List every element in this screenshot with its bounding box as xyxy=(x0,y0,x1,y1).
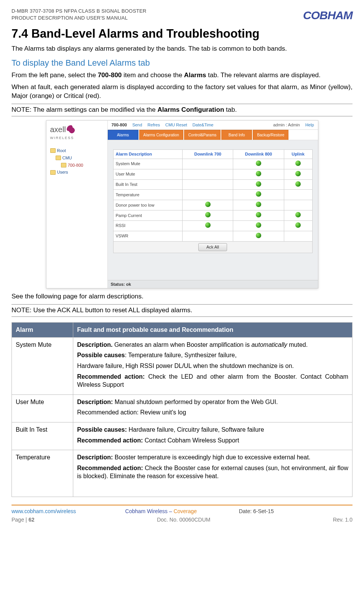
table-row: Built In Test Possible causes: Hardware … xyxy=(12,422,352,450)
alarm-status-cell xyxy=(284,159,312,169)
status-ok-icon xyxy=(295,212,301,217)
paragraph-1: From the left pane, select the 700-800 i… xyxy=(12,71,352,80)
note-2: NOTE: Use the ACK ALL button to reset AL… xyxy=(12,304,352,317)
text: Hardware failure, Circuitry failure, Sof… xyxy=(127,426,264,433)
datetime-link[interactable]: Date&Time xyxy=(193,122,214,128)
ack-row: Ack All xyxy=(113,241,312,253)
folder-icon xyxy=(56,156,61,160)
alarm-status-cell xyxy=(183,210,233,221)
tab-band-info[interactable]: Band Info xyxy=(221,130,252,140)
alarm-status-cell xyxy=(183,231,233,241)
tab-control-params[interactable]: Control&Params xyxy=(184,130,221,140)
status-ok-icon xyxy=(256,202,261,207)
alarm-status-cell xyxy=(233,210,284,221)
ack-all-button[interactable]: Ack All xyxy=(198,243,227,251)
folder-icon xyxy=(50,170,56,175)
bold-text: Description: xyxy=(77,454,113,461)
alarm-status-cell xyxy=(183,200,233,210)
page-number: 62 xyxy=(28,517,35,523)
alarm-status-cell xyxy=(233,169,284,179)
alarm-status-row: RSSI xyxy=(113,220,312,231)
titlebar: 700-800 Send Refres CMU Reset Date&Time … xyxy=(108,121,318,130)
bold-text: Recommended action: xyxy=(77,373,145,380)
tree-users[interactable]: Users xyxy=(50,169,105,176)
cell-alarm-name: User Mute xyxy=(12,394,73,422)
nav-tree: Root CMU 700-800 Users xyxy=(50,147,105,176)
alarm-status-cell xyxy=(183,220,233,231)
tree-cmu[interactable]: CMU xyxy=(50,154,105,162)
status-ok-icon xyxy=(256,212,261,217)
alarm-status-row: User Mute xyxy=(113,169,312,179)
text: admin xyxy=(273,123,285,127)
cell-alarm-desc: Description. Generates an alarm when Boo… xyxy=(73,337,352,394)
alarm-status-table: Alarm Description Downlink 700 Downlink … xyxy=(113,149,313,253)
status-ok-icon xyxy=(295,181,301,187)
tab-bar: Alarms Alarms Configuration Control&Para… xyxy=(108,130,318,141)
alarm-status-cell xyxy=(284,200,312,210)
send-link[interactable]: Send xyxy=(132,122,142,128)
alarm-name-cell: Temperature xyxy=(113,190,183,200)
alarm-status-cell xyxy=(233,220,284,231)
tab-backup-restore[interactable]: Backup/Restore xyxy=(253,130,288,140)
alarm-status-row: System Mute xyxy=(113,159,312,169)
text: Hardware failure, High RSSI power DL/UL … xyxy=(77,362,348,370)
cobham-logo: COBHAM xyxy=(303,8,352,23)
footer-date: Date: 6-Set-15 xyxy=(239,508,352,515)
paragraph-2: When at fault, each generated alarm is d… xyxy=(12,83,352,101)
alarm-status-row: Temperature xyxy=(113,190,312,200)
refresh-link[interactable]: Refres xyxy=(148,122,160,128)
alarm-status-row: Built In Test xyxy=(113,179,312,190)
alarm-status-cell xyxy=(233,159,284,169)
intro-paragraph: The Alarms tab displays any alarms gener… xyxy=(12,45,352,53)
alarm-description-table: Alarm Fault and most probable cause and … xyxy=(12,322,352,497)
alarm-status-cell xyxy=(183,179,233,190)
status-ok-icon xyxy=(256,233,261,238)
text: Booster temperature is exceedingly high … xyxy=(113,454,310,461)
subheading: To display the Band Level Alarms tab xyxy=(12,57,352,69)
tree-label: CMU xyxy=(63,155,72,161)
cell-alarm-desc: Description: Manual shutdown performed b… xyxy=(73,394,352,422)
cmu-reset-link[interactable]: CMU Reset xyxy=(165,122,187,128)
text: From the left pane, select the xyxy=(12,71,98,79)
alarm-name-cell: RSSI xyxy=(113,220,183,231)
header-line1: D-MBR 3707-3708 PS NFPA CLASS B SIGNAL B… xyxy=(12,8,147,15)
text: – xyxy=(168,508,174,514)
folder-icon xyxy=(50,148,56,153)
table-row: Temperature Description: Booster tempera… xyxy=(12,450,352,497)
status-ok-icon xyxy=(256,191,261,197)
after-image-text: See the following page for alarm descrip… xyxy=(12,292,352,301)
alarm-name-cell: System Mute xyxy=(113,159,183,169)
tree-700-800[interactable]: 700-800 xyxy=(50,162,105,169)
footer-page: Page | 62 xyxy=(12,516,35,523)
italic-text: automatically xyxy=(251,341,287,348)
alarm-status-cell xyxy=(183,190,233,200)
text: Page | xyxy=(12,517,28,523)
tab-alarms[interactable]: Alarms xyxy=(108,130,138,140)
embedded-screenshot: axell WIRELESS Root CMU 700-800 Users 70… xyxy=(46,120,318,289)
status-ok-icon xyxy=(205,222,211,228)
header-text-block: D-MBR 3707-3708 PS NFPA CLASS B SIGNAL B… xyxy=(12,8,147,21)
axell-logo: axell xyxy=(50,124,105,135)
alarm-name-cell: Built In Test xyxy=(113,179,183,190)
alarm-status-cell xyxy=(284,231,312,241)
text: Manual shutdown performed by operator fr… xyxy=(113,399,278,405)
cell-alarm-desc: Description: Booster temperature is exce… xyxy=(73,450,352,497)
bold-text: Description. xyxy=(77,341,112,348)
footer-url: www.cobham.com/wireless xyxy=(12,508,125,515)
status-ok-icon xyxy=(295,161,301,166)
help-link[interactable]: Help xyxy=(305,122,314,128)
header-line2: PRODUCT DESCRIPTION AND USER'S MANUAL xyxy=(12,15,147,22)
status-ok-icon xyxy=(256,161,261,166)
page-header: D-MBR 3707-3708 PS NFPA CLASS B SIGNAL B… xyxy=(12,8,352,23)
brand-text: axell xyxy=(50,124,66,135)
tree-root[interactable]: Root xyxy=(50,147,105,154)
text: muted. xyxy=(287,341,308,348)
brand-subtext: WIRELESS xyxy=(50,136,105,140)
text: Coverage xyxy=(173,508,197,514)
text: item and choose the xyxy=(122,71,184,79)
tab-alarms-config[interactable]: Alarms Configuration xyxy=(139,130,183,140)
bold-text: Possible causes: xyxy=(77,426,127,433)
tree-label: Users xyxy=(57,169,68,175)
text: tab. xyxy=(224,106,237,113)
text: Admin xyxy=(288,123,300,127)
